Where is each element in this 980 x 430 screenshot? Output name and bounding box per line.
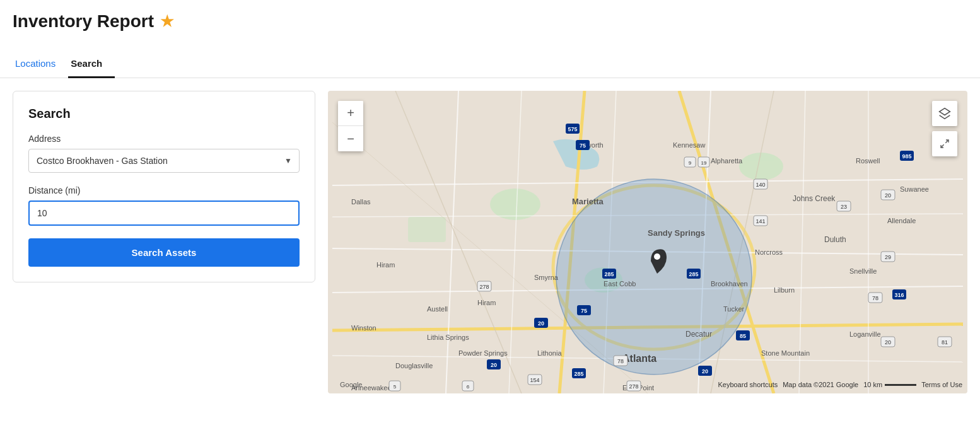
svg-text:575: 575 bbox=[568, 126, 577, 132]
svg-text:78: 78 bbox=[872, 295, 878, 301]
page-title: Inventory Report ★ bbox=[13, 11, 967, 32]
svg-text:75: 75 bbox=[580, 142, 586, 149]
svg-text:285: 285 bbox=[689, 271, 698, 277]
map-svg: 75 285 285 85 20 Marietta Sandy Springs … bbox=[328, 91, 967, 393]
svg-point-23 bbox=[556, 179, 752, 375]
svg-text:5: 5 bbox=[394, 384, 397, 390]
svg-text:Alpharetta: Alpharetta bbox=[711, 157, 743, 165]
svg-text:Allendale: Allendale bbox=[887, 217, 916, 224]
zoom-out-button[interactable]: − bbox=[338, 126, 363, 151]
svg-text:20: 20 bbox=[491, 362, 497, 368]
svg-text:Kennesaw: Kennesaw bbox=[673, 141, 705, 149]
svg-text:9: 9 bbox=[689, 160, 692, 166]
svg-text:20: 20 bbox=[885, 192, 891, 199]
header: Inventory Report ★ bbox=[0, 0, 980, 32]
address-select[interactable]: Costco Brookhaven - Gas Station bbox=[28, 149, 300, 173]
tabs-container: Locations Search bbox=[0, 42, 980, 78]
title-text: Inventory Report bbox=[13, 11, 154, 32]
svg-text:Austell: Austell bbox=[427, 305, 448, 313]
map-container: 75 285 285 85 20 Marietta Sandy Springs … bbox=[328, 91, 967, 393]
svg-text:Lithonia: Lithonia bbox=[537, 349, 562, 357]
address-field-group: Address Costco Brookhaven - Gas Station … bbox=[28, 134, 300, 173]
map-data-label: Map data ©2021 Google bbox=[783, 381, 858, 388]
svg-text:Norcross: Norcross bbox=[755, 248, 783, 256]
svg-text:285: 285 bbox=[604, 271, 614, 277]
svg-rect-4 bbox=[408, 217, 446, 242]
svg-point-3 bbox=[739, 153, 783, 180]
svg-point-1 bbox=[490, 189, 540, 220]
svg-text:278: 278 bbox=[479, 284, 489, 290]
address-label: Address bbox=[28, 134, 300, 144]
svg-text:85: 85 bbox=[740, 333, 746, 339]
svg-text:Decatur: Decatur bbox=[685, 330, 712, 339]
svg-text:Loganville: Loganville bbox=[849, 330, 881, 338]
svg-marker-115 bbox=[940, 108, 950, 115]
svg-text:Tucker: Tucker bbox=[723, 305, 745, 313]
svg-line-116 bbox=[945, 140, 948, 143]
svg-text:Powder Springs: Powder Springs bbox=[458, 349, 508, 357]
svg-text:154: 154 bbox=[530, 377, 539, 383]
svg-text:Suwanee: Suwanee bbox=[900, 185, 929, 193]
content-area: Search Address Costco Brookhaven - Gas S… bbox=[0, 78, 980, 387]
scale-line bbox=[885, 384, 916, 386]
keyboard-shortcuts: Keyboard shortcuts bbox=[718, 381, 778, 388]
svg-text:316: 316 bbox=[894, 292, 904, 298]
distance-input[interactable] bbox=[28, 200, 300, 226]
svg-text:985: 985 bbox=[902, 153, 911, 160]
star-icon: ★ bbox=[160, 13, 174, 30]
svg-text:285: 285 bbox=[574, 371, 583, 377]
svg-text:Dallas: Dallas bbox=[351, 198, 371, 206]
svg-text:78: 78 bbox=[617, 358, 624, 364]
svg-text:6: 6 bbox=[467, 384, 470, 390]
svg-text:29: 29 bbox=[885, 254, 891, 260]
distance-label: Distance (mi) bbox=[28, 185, 300, 195]
svg-text:Hiram: Hiram bbox=[376, 261, 395, 269]
svg-text:Lilburn: Lilburn bbox=[774, 286, 795, 294]
svg-text:Stone Mountain: Stone Mountain bbox=[761, 349, 810, 357]
svg-line-117 bbox=[941, 144, 944, 148]
tab-locations[interactable]: Locations bbox=[13, 52, 68, 78]
map-footer: Keyboard shortcuts Map data ©2021 Google… bbox=[718, 381, 962, 388]
svg-text:Douglasville: Douglasville bbox=[395, 362, 433, 369]
tab-search[interactable]: Search bbox=[68, 52, 115, 78]
svg-text:278: 278 bbox=[629, 383, 638, 390]
svg-text:Google: Google bbox=[340, 381, 362, 388]
map-zoom-controls: + − bbox=[338, 101, 363, 151]
scale-bar: 10 km bbox=[863, 381, 916, 388]
scale-label: 10 km bbox=[863, 381, 882, 388]
svg-text:Smyrna: Smyrna bbox=[534, 274, 559, 281]
search-assets-button[interactable]: Search Assets bbox=[28, 238, 300, 267]
svg-text:141: 141 bbox=[755, 218, 765, 224]
svg-text:81: 81 bbox=[942, 339, 948, 346]
svg-text:19: 19 bbox=[701, 160, 707, 166]
search-panel: Search Address Costco Brookhaven - Gas S… bbox=[13, 91, 315, 282]
svg-text:23: 23 bbox=[841, 204, 847, 210]
svg-text:Winston: Winston bbox=[351, 324, 376, 332]
svg-text:Roswell: Roswell bbox=[856, 157, 880, 165]
svg-point-25 bbox=[654, 253, 660, 260]
map-fullscreen-button[interactable] bbox=[932, 131, 957, 156]
svg-text:Brookhaven: Brookhaven bbox=[711, 280, 748, 288]
search-panel-title: Search bbox=[28, 107, 300, 121]
map-layer-button[interactable] bbox=[932, 101, 957, 126]
svg-text:Marietta: Marietta bbox=[572, 197, 604, 206]
svg-text:Duluth: Duluth bbox=[824, 235, 846, 244]
svg-text:Johns Creek: Johns Creek bbox=[793, 194, 836, 203]
distance-field-group: Distance (mi) bbox=[28, 185, 300, 226]
svg-text:75: 75 bbox=[581, 308, 587, 314]
svg-text:Lithia Springs: Lithia Springs bbox=[427, 334, 469, 341]
page-container: Inventory Report ★ Locations Search Sear… bbox=[0, 0, 980, 430]
svg-text:140: 140 bbox=[755, 182, 765, 188]
svg-text:Snellville: Snellville bbox=[849, 267, 877, 275]
svg-text:East Cobb: East Cobb bbox=[604, 280, 636, 288]
svg-text:Sandy Springs: Sandy Springs bbox=[648, 228, 705, 238]
svg-text:Hiram: Hiram bbox=[477, 299, 496, 306]
terms-of-use: Terms of Use bbox=[921, 381, 962, 388]
svg-text:20: 20 bbox=[538, 320, 544, 327]
svg-text:20: 20 bbox=[885, 339, 891, 346]
svg-text:20: 20 bbox=[702, 368, 708, 375]
address-select-wrapper: Costco Brookhaven - Gas Station ▼ bbox=[28, 149, 300, 173]
zoom-in-button[interactable]: + bbox=[338, 101, 363, 126]
